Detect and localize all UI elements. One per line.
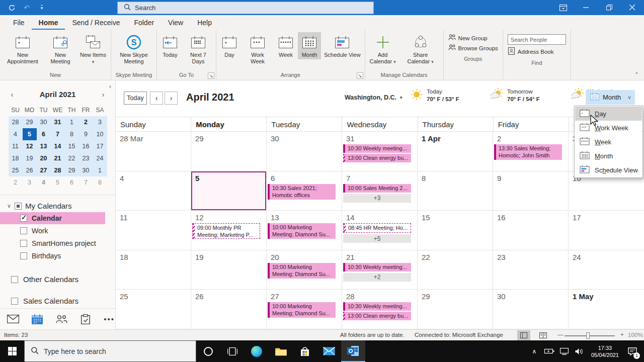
mini-calendar-date[interactable]: 29 <box>65 164 79 176</box>
mini-calendar-date[interactable]: 13 <box>37 140 51 152</box>
group-checkbox[interactable] <box>15 203 22 210</box>
work-week-button[interactable]: Work Week <box>242 32 274 66</box>
store-icon[interactable] <box>293 340 317 362</box>
group-checkbox[interactable] <box>11 298 18 305</box>
mini-calendar-date[interactable]: 8 <box>93 176 107 189</box>
calendar-group-sales-calendars[interactable]: Sales Calendars <box>0 297 115 305</box>
day-cell-26[interactable]: 26 <box>191 290 267 329</box>
calendar-event[interactable]: 10:00 Marketing Meeting; Diamond Su... <box>268 223 336 239</box>
mini-calendar-date[interactable]: 6 <box>37 128 51 140</box>
day-cell-15[interactable]: 15 <box>418 211 493 250</box>
sync-icon[interactable] <box>5 1 18 14</box>
day-cell-14[interactable]: 1408:45 HR Meeting; Ho...+5 <box>342 211 418 250</box>
calendar-event[interactable]: 10:30 Weekly meeting... <box>343 263 411 272</box>
mini-calendar-date[interactable]: 27 <box>37 164 51 176</box>
mini-calendar-date[interactable]: 6 <box>65 176 79 189</box>
mini-calendar-date[interactable]: 18 <box>9 152 23 164</box>
mini-calendar-date[interactable]: 5 <box>51 176 65 189</box>
mail-module-icon[interactable] <box>7 313 19 326</box>
mini-calendar-date[interactable]: 30 <box>37 116 51 128</box>
mini-calendar-date[interactable]: 16 <box>79 140 93 152</box>
day-cell-13[interactable]: 1310:00 Marketing Meeting; Diamond Su... <box>267 211 342 250</box>
outlook-taskbar-icon[interactable]: O <box>341 340 365 362</box>
tab-send-receive[interactable]: Send / Receive <box>65 16 127 30</box>
day-cell-29[interactable]: 29 <box>191 132 267 171</box>
zoom-slider-thumb[interactable] <box>586 332 590 339</box>
minimize-folder-pane-icon[interactable]: ‹ <box>109 83 111 90</box>
month-button[interactable]: Month <box>298 32 321 59</box>
calendar-group-other-calendars[interactable]: Other Calendars <box>0 275 115 284</box>
add-calendar-button[interactable]: Add Calendar ▾ <box>367 32 399 66</box>
mini-calendar-date[interactable]: 7 <box>79 176 93 189</box>
mini-calendar-date[interactable]: 28 <box>9 116 23 128</box>
calendar-list-item[interactable]: Calendar <box>0 212 105 224</box>
action-center-icon[interactable]: 1 <box>624 341 641 361</box>
schedule-view-button[interactable]: Schedule View <box>321 32 363 59</box>
mini-calendar-date[interactable]: 24 <box>93 152 107 164</box>
cortana-button[interactable] <box>196 340 220 362</box>
mini-calendar-date[interactable]: 29 <box>23 116 37 128</box>
tasks-module-icon[interactable] <box>79 313 92 326</box>
new-skype-meeting-button[interactable]: SNew Skype Meeting <box>113 32 155 66</box>
undo-icon[interactable]: ↶ <box>20 1 33 14</box>
day-cell-1-may[interactable]: 1 May <box>569 290 644 329</box>
mini-calendar-date[interactable]: 30 <box>79 164 93 176</box>
day-cell-30[interactable]: 30 <box>493 290 569 329</box>
mini-calendar-date[interactable]: 4 <box>37 176 51 189</box>
minimize-button[interactable] <box>575 0 598 15</box>
day-cell-6[interactable]: 610:30 Sales 2021; Homotic offices <box>267 171 342 211</box>
ribbon-display-options-icon[interactable] <box>551 0 575 15</box>
battery-icon[interactable] <box>543 341 556 361</box>
mini-calendar-date[interactable]: 28 <box>51 164 65 176</box>
calendar-group-header[interactable]: ∨My Calendars <box>0 200 115 212</box>
file-explorer-icon[interactable] <box>269 340 293 362</box>
tab-help[interactable]: Help <box>190 16 219 30</box>
day-cell-2[interactable]: 213:30 Sales Meeting; Homotic; John Smit… <box>493 132 569 171</box>
reading-view-button[interactable] <box>536 330 549 340</box>
previous-month-button[interactable]: ‹ <box>150 92 163 105</box>
mini-calendar-date[interactable]: 1 <box>65 116 79 128</box>
calendar-list-item[interactable]: Work <box>0 225 105 237</box>
day-cell-27[interactable]: 2710:00 Marketing Meeting; Diamond Su... <box>267 290 342 329</box>
calendar-event[interactable]: 10:30 Sales 2021; Homotic offices <box>268 184 336 200</box>
mini-calendar-date[interactable]: 15 <box>65 140 79 152</box>
calendar-event[interactable]: 10:00 Sales Meeting 2... <box>343 184 411 193</box>
people-module-icon[interactable] <box>55 313 67 326</box>
mini-calendar-next-icon[interactable]: › <box>98 90 108 99</box>
tab-file[interactable]: File <box>6 16 32 30</box>
day-cell-18[interactable]: 18 <box>116 250 191 290</box>
normal-view-button[interactable] <box>517 330 530 340</box>
tab-home[interactable]: Home <box>32 16 65 30</box>
mini-calendar-date[interactable]: 12 <box>23 140 37 152</box>
new-items-button[interactable]: New Items ▾ <box>77 32 109 66</box>
calendar-list-item[interactable]: Birthdays <box>0 250 105 262</box>
volume-icon[interactable] <box>573 341 586 361</box>
next-month-button[interactable]: › <box>165 92 178 105</box>
day-cell-16[interactable]: 16 <box>493 211 569 250</box>
mini-calendar-date[interactable]: 31 <box>51 116 65 128</box>
menu-item-day[interactable]: Day <box>575 107 642 121</box>
calendar-module-icon[interactable] <box>31 313 43 326</box>
mini-calendar-date[interactable]: 8 <box>65 128 79 140</box>
day-cell-11[interactable]: 11 <box>116 211 191 250</box>
mini-calendar-date[interactable]: 2 <box>9 176 23 189</box>
calendar-event[interactable]: 13:00 Clean energy bu... <box>343 312 411 320</box>
network-icon[interactable] <box>558 341 571 361</box>
dialog-launcher-icon[interactable]: ↘ <box>208 72 214 79</box>
close-button[interactable] <box>621 0 644 15</box>
mini-calendar-date[interactable]: 21 <box>51 152 65 164</box>
address-book-button[interactable]: Address Book <box>508 47 554 56</box>
weather-tomorrow[interactable]: Tomorrow70° F / 54° F <box>491 88 564 103</box>
new-appointment-button[interactable]: New Appointment <box>2 32 44 66</box>
calendar-checkbox[interactable] <box>20 215 27 222</box>
view-selector-button[interactable]: Month ∨ <box>586 90 635 105</box>
day-cell-5[interactable]: 5 <box>191 171 267 211</box>
search-people-input[interactable]: Search People <box>508 34 566 45</box>
day-cell-29[interactable]: 29 <box>418 290 493 329</box>
taskbar-search-box[interactable]: Type here to search <box>24 340 196 362</box>
week-button[interactable]: Week <box>274 32 297 59</box>
day-cell-7[interactable]: 710:00 Sales Meeting 2...+3 <box>342 171 418 211</box>
customize-quick-access-icon[interactable]: ▾ <box>35 1 48 14</box>
day-button[interactable]: Day <box>218 32 241 59</box>
menu-item-work-week[interactable]: Work Week <box>575 121 642 135</box>
